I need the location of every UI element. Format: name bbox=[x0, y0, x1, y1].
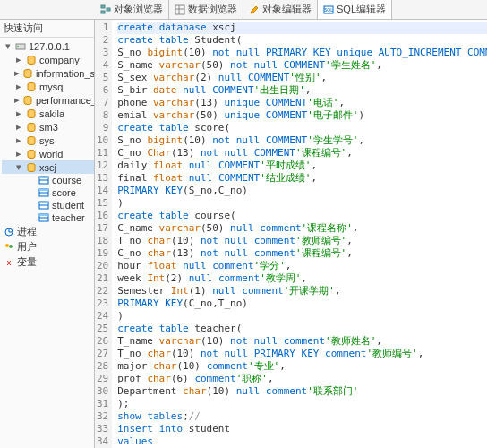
twisty-icon[interactable]: ▸ bbox=[14, 94, 20, 106]
tab-0[interactable]: 对象浏览器 bbox=[95, 0, 169, 19]
line-number: 3 bbox=[97, 47, 108, 59]
twisty-icon[interactable]: ▸ bbox=[14, 148, 23, 159]
twisty-icon[interactable]: ▸ bbox=[14, 108, 23, 119]
database-icon bbox=[26, 122, 37, 133]
code-line[interactable]: phone varchar(13) unique COMMENT'电话', bbox=[117, 97, 487, 109]
tree-node-score[interactable]: score bbox=[2, 186, 94, 199]
line-number: 30 bbox=[97, 385, 108, 398]
twisty-icon[interactable]: ▸ bbox=[14, 67, 20, 79]
tree-node-sys[interactable]: ▸sys bbox=[2, 134, 94, 147]
code-line[interactable]: hour float null comment'学分', bbox=[117, 260, 487, 272]
code-line[interactable]: ); bbox=[117, 398, 487, 410]
code-line[interactable]: T_no char(10) not null PRIMARY KEY comme… bbox=[117, 348, 487, 360]
code-area[interactable]: create database xscjcreate table Student… bbox=[112, 20, 487, 448]
tree-label: world bbox=[39, 149, 63, 159]
code-line[interactable]: final float null COMMENT'结业成绩', bbox=[117, 172, 487, 185]
twisty-icon[interactable]: ▾ bbox=[4, 40, 13, 52]
line-number: 4 bbox=[97, 59, 108, 72]
code-line[interactable]: values bbox=[117, 435, 487, 448]
tree-label: course bbox=[52, 175, 81, 185]
section-label: 用户 bbox=[17, 240, 37, 254]
code-line[interactable]: ) bbox=[117, 310, 487, 323]
code-line[interactable]: emial varchar(50) unique COMMENT'电子邮件') bbox=[117, 109, 487, 122]
twisty-icon[interactable]: ▸ bbox=[14, 134, 23, 146]
line-number: 8 bbox=[97, 109, 108, 122]
code-line[interactable]: T_no char(10) not null comment'教师编号', bbox=[117, 235, 487, 247]
tree-label: score bbox=[52, 187, 76, 198]
tree-node-world[interactable]: ▸world bbox=[2, 147, 94, 160]
code-line[interactable]: S_name varchar(50) not null COMMENT'学生姓名… bbox=[117, 59, 487, 72]
svg-point-33 bbox=[9, 245, 13, 248]
tree-node-student[interactable]: student bbox=[2, 199, 94, 211]
code-line[interactable]: S_no bigint(10) not null COMMENT'学生学号', bbox=[117, 134, 487, 147]
database-icon bbox=[22, 95, 33, 106]
twisty-icon[interactable]: ▸ bbox=[14, 121, 23, 133]
tab-3[interactable]: SQLSQL编辑器 bbox=[318, 0, 392, 19]
code-line[interactable]: create table teacher( bbox=[117, 323, 487, 335]
tree-node-mysql[interactable]: ▸mysql bbox=[2, 80, 94, 93]
tree-node-127.0.0.1[interactable]: ▾127.0.0.1 bbox=[2, 39, 94, 53]
tree-label: sys bbox=[39, 135, 55, 146]
code-line[interactable]: Semester Int(1) null comment'开课学期', bbox=[117, 285, 487, 297]
tab-1[interactable]: 数据浏览器 bbox=[169, 0, 244, 19]
tree-node-course[interactable]: course bbox=[2, 174, 94, 186]
code-line[interactable]: prof char(6) comment'职称', bbox=[117, 373, 487, 385]
line-number: 11 bbox=[97, 147, 108, 159]
section-用户[interactable]: 用户 bbox=[2, 239, 94, 254]
code-line[interactable]: PRIMARY KEY(S_no,C_no) bbox=[117, 185, 487, 197]
code-line[interactable]: show tables;// bbox=[117, 410, 487, 423]
section-label: 进程 bbox=[17, 225, 37, 238]
code-line[interactable]: C_no char(13) not null comment'课程编号', bbox=[117, 247, 487, 260]
sidebar-header: 快速访问 bbox=[0, 20, 94, 38]
svg-point-9 bbox=[17, 46, 19, 47]
section-进程[interactable]: 进程 bbox=[2, 224, 94, 239]
code-line[interactable]: create database xscj bbox=[117, 22, 487, 34]
code-line[interactable]: PRIMARY KEY(C_no,T_no) bbox=[117, 297, 487, 310]
tree-node-sm3[interactable]: ▸sm3 bbox=[2, 120, 94, 134]
code-line[interactable]: S_bir date null COMMENT'出生日期', bbox=[117, 84, 487, 97]
database-icon bbox=[26, 55, 37, 65]
tree-node-xscj[interactable]: ▾xscj bbox=[2, 160, 94, 174]
code-line[interactable]: Department char(10) null comment'联系部门' bbox=[117, 385, 487, 398]
tree-node-company[interactable]: ▸company bbox=[2, 53, 94, 66]
database-icon bbox=[22, 68, 33, 79]
code-line[interactable]: insert into student bbox=[117, 423, 487, 435]
line-number: 34 bbox=[97, 435, 108, 448]
line-number: 22 bbox=[97, 285, 108, 297]
svg-rect-0 bbox=[101, 5, 105, 8]
code-line[interactable]: create table score( bbox=[117, 122, 487, 134]
tree-node-information_schema[interactable]: ▸information_schema bbox=[2, 66, 94, 80]
svg-rect-3 bbox=[175, 5, 184, 14]
sql-editor[interactable]: 1234567891011121314151617181920212223242… bbox=[95, 20, 487, 448]
tab-bar: 对象浏览器数据浏览器对象编辑器SQLSQL编辑器 bbox=[0, 0, 487, 20]
code-line[interactable]: ) bbox=[117, 197, 487, 210]
tree-node-performance_schema[interactable]: ▸performance_schema bbox=[2, 93, 94, 107]
code-line[interactable]: S_no bigint(10) not null PRIMARY KEY uni… bbox=[117, 47, 487, 59]
tree-node-teacher[interactable]: teacher bbox=[2, 211, 94, 224]
code-line[interactable]: S_sex varchar(2) null COMMENT'性别', bbox=[117, 72, 487, 84]
code-line[interactable]: daily float null COMMENT'平时成绩', bbox=[117, 159, 487, 172]
tab-2[interactable]: 对象编辑器 bbox=[244, 0, 318, 19]
svg-rect-1 bbox=[101, 11, 105, 13]
code-line[interactable]: create table Student( bbox=[117, 34, 487, 47]
code-line[interactable]: major char(10) comment'专业', bbox=[117, 360, 487, 373]
code-line[interactable]: C_no Char(13) not null COMMENT'课程编号', bbox=[117, 147, 487, 159]
svg-rect-29 bbox=[39, 214, 48, 216]
section-变量[interactable]: x变量 bbox=[2, 254, 94, 270]
line-number: 15 bbox=[97, 197, 108, 210]
twisty-icon[interactable]: ▸ bbox=[14, 81, 23, 92]
code-line[interactable]: create table course( bbox=[117, 210, 487, 222]
tree-label: 127.0.0.1 bbox=[29, 41, 70, 52]
twisty-icon[interactable]: ▾ bbox=[14, 161, 23, 173]
twisty-icon[interactable]: ▸ bbox=[14, 54, 23, 65]
code-line[interactable]: T_name varchar(10) not null comment'教师姓名… bbox=[117, 335, 487, 348]
tree-label: information_schema bbox=[36, 68, 95, 79]
code-line[interactable]: week Int(2) null comment'教学周', bbox=[117, 272, 487, 285]
code-line[interactable]: C_name varchar(50) null comment'课程名称', bbox=[117, 222, 487, 235]
tab-label: 数据浏览器 bbox=[188, 3, 237, 16]
pencil-icon bbox=[249, 4, 260, 15]
table-icon bbox=[38, 200, 49, 211]
tree-label: student bbox=[52, 200, 84, 211]
line-number: 31 bbox=[97, 398, 108, 410]
tree-node-sakila[interactable]: ▸sakila bbox=[2, 107, 94, 120]
